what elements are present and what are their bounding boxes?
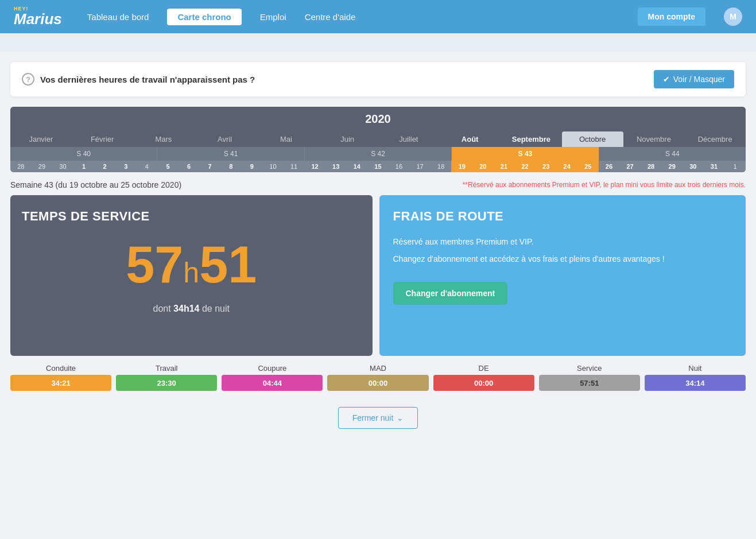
nav-tableau-de-bord[interactable]: Tableau de bord <box>87 10 149 24</box>
stat-mad-bar: 00:00 <box>327 375 428 391</box>
day-4[interactable]: 4 <box>137 161 158 172</box>
day-7[interactable]: 7 <box>199 161 220 172</box>
month-mai[interactable]: Mai <box>255 131 317 147</box>
day-6[interactable]: 6 <box>179 161 200 172</box>
stat-conduite-label: Conduite <box>46 364 76 373</box>
month-septembre[interactable]: Septembre <box>501 131 562 147</box>
service-title: TEMPS DE SERVICE <box>22 209 361 224</box>
day-12[interactable]: 12 <box>304 161 325 172</box>
stat-coupure: Coupure 04:44 <box>222 364 323 391</box>
day-27[interactable]: 27 <box>619 161 641 172</box>
day-28b[interactable]: 28 <box>641 161 662 172</box>
fermer-nuit-button[interactable]: Fermer nuit ⌄ <box>338 407 418 429</box>
day-11[interactable]: 11 <box>284 161 305 172</box>
day-9[interactable]: 9 <box>242 161 263 172</box>
voir-masquer-button[interactable]: ✔ Voir / Masquer <box>654 70 734 88</box>
day-1b[interactable]: 1 <box>724 161 746 172</box>
card-frais: FRAIS DE ROUTE Réservé aux membres Premi… <box>379 195 746 356</box>
day-20[interactable]: 20 <box>472 161 494 172</box>
nav-emploi[interactable]: Emploi <box>260 10 286 24</box>
day-18[interactable]: 18 <box>431 161 452 172</box>
frais-desc2: Changez d'abonnement et accédez à vos fr… <box>393 253 732 265</box>
day-15[interactable]: 15 <box>367 161 389 172</box>
month-octobre[interactable]: Octobre <box>562 131 623 147</box>
day-8[interactable]: 8 <box>220 161 242 172</box>
month-janvier[interactable]: Janvier <box>10 131 72 147</box>
mon-compte-button[interactable]: Mon compte <box>638 7 705 26</box>
stat-service-bar: 57:51 <box>539 375 640 391</box>
week-s41[interactable]: S 41 <box>157 147 304 161</box>
nav-carte-chrono[interactable]: Carte chrono <box>167 9 241 25</box>
fermer-nuit-row: Fermer nuit ⌄ <box>0 407 756 429</box>
stat-travail: Travail 23:30 <box>116 364 217 391</box>
day-22[interactable]: 22 <box>514 161 536 172</box>
day-5[interactable]: 5 <box>157 161 179 172</box>
day-1[interactable]: 1 <box>73 161 95 172</box>
day-17[interactable]: 17 <box>409 161 431 172</box>
month-novembre[interactable]: Novembre <box>623 131 685 147</box>
month-juin[interactable]: Juin <box>317 131 378 147</box>
changer-abonnement-button[interactable]: Changer d'abonnement <box>393 282 508 305</box>
day-23[interactable]: 23 <box>536 161 557 172</box>
stat-travail-label: Travail <box>156 364 178 373</box>
day-30b[interactable]: 30 <box>683 161 704 172</box>
stat-de: DE 00:00 <box>433 364 534 391</box>
stat-service: Service 57:51 <box>539 364 640 391</box>
month-decembre[interactable]: Décembre <box>684 131 746 147</box>
nuit-text: dont 34h14 de nuit <box>22 304 361 314</box>
week-s44[interactable]: S 44 <box>599 147 746 161</box>
checkmark-icon: ✔ <box>663 75 670 84</box>
month-avril[interactable]: Avril <box>194 131 255 147</box>
day-31[interactable]: 31 <box>704 161 725 172</box>
frais-desc: Réservé aux membres Premium et VIP. Chan… <box>393 235 732 266</box>
day-14[interactable]: 14 <box>347 161 368 172</box>
day-29b[interactable]: 29 <box>661 161 683 172</box>
nav-centre-aide[interactable]: Centre d'aide <box>305 10 356 24</box>
stat-mad-label: MAD <box>370 364 386 373</box>
card-service: TEMPS DE SERVICE 57h51 dont 34h14 de nui… <box>10 195 373 356</box>
calendar-section: 2020 Janvier Février Mars Avril Mai Juin… <box>10 107 746 172</box>
voir-masquer-label: Voir / Masquer <box>673 75 725 84</box>
chevron-down-icon: ⌄ <box>397 413 404 422</box>
days-row: 28 29 30 1 2 3 4 5 6 7 8 9 10 11 12 13 1… <box>10 161 746 172</box>
service-hours: 57 <box>126 236 183 293</box>
day-19[interactable]: 19 <box>451 161 472 172</box>
time-display: 57h51 <box>22 235 361 294</box>
month-juillet[interactable]: Juillet <box>378 131 440 147</box>
day-30[interactable]: 30 <box>52 161 73 172</box>
logo-area: HEY! Marius <box>14 7 69 26</box>
day-10[interactable]: 10 <box>262 161 284 172</box>
month-fevrier[interactable]: Février <box>72 131 133 147</box>
stat-de-bar: 00:00 <box>433 375 534 391</box>
navbar: HEY! Marius Tableau de bord Carte chrono… <box>0 0 756 33</box>
day-24[interactable]: 24 <box>556 161 577 172</box>
day-26[interactable]: 26 <box>599 161 620 172</box>
semaine-info-bar: Semaine 43 (du 19 octobre au 25 octobre … <box>10 180 746 189</box>
day-13[interactable]: 13 <box>325 161 347 172</box>
stat-mad: MAD 00:00 <box>327 364 428 391</box>
month-aout[interactable]: Août <box>439 131 501 147</box>
day-3[interactable]: 3 <box>115 161 137 172</box>
info-icon: ? <box>22 73 34 86</box>
day-29[interactable]: 29 <box>32 161 53 172</box>
stat-coupure-bar: 04:44 <box>222 375 323 391</box>
month-mars[interactable]: Mars <box>133 131 195 147</box>
nuit-suffix: de nuit <box>199 304 229 313</box>
week-s40[interactable]: S 40 <box>10 147 157 161</box>
day-28[interactable]: 28 <box>10 161 32 172</box>
fermer-nuit-label: Fermer nuit <box>352 413 394 422</box>
day-25[interactable]: 25 <box>577 161 599 172</box>
day-21[interactable]: 21 <box>494 161 515 172</box>
stat-conduite-bar: 34:21 <box>10 375 111 391</box>
service-minutes: 51 <box>199 236 257 293</box>
semaine-label: Semaine 43 (du 19 octobre au 25 octobre … <box>10 180 181 189</box>
service-h-label: h <box>183 257 199 289</box>
day-16[interactable]: 16 <box>389 161 410 172</box>
week-s43[interactable]: S 43 <box>452 147 599 161</box>
avatar: M <box>724 7 742 26</box>
week-s42[interactable]: S 42 <box>305 147 452 161</box>
logo-hey-text: HEY! <box>14 6 29 11</box>
day-2[interactable]: 2 <box>94 161 115 172</box>
secondary-bar <box>0 33 756 52</box>
alert-text: Vos dernières heures de travail n'appara… <box>40 75 255 84</box>
